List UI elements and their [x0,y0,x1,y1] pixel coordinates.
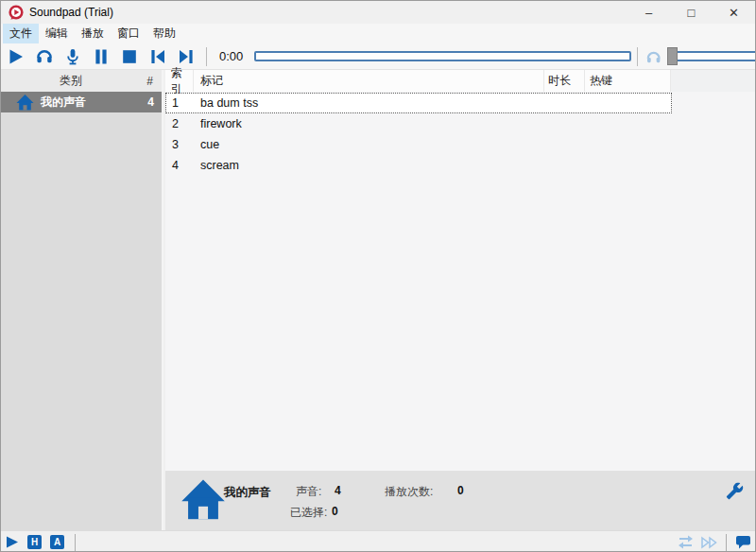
row-label: cue [194,138,219,151]
row-index: 1 [166,96,194,110]
home-icon [16,94,34,112]
sounds-count-value: 4 [335,484,341,497]
play-count-value: 0 [457,484,464,497]
sidebar-column-count[interactable]: # [141,75,162,88]
row-label: firework [194,117,242,130]
selected-count-label: 已选择: [290,505,327,521]
toolbar-separator [206,47,207,66]
stop-icon [121,48,138,65]
column-header-hotkey[interactable]: 热键 [585,70,671,92]
info-category-name: 我的声音 [224,485,271,501]
wrench-icon [726,482,744,500]
home-icon [180,477,226,523]
previous-icon [149,48,166,65]
repeat-icon [676,534,696,550]
sounds-count-label: 声音: [296,484,321,500]
play-through-headphones-button[interactable] [36,48,53,65]
selected-count-value: 0 [332,505,338,518]
stop-button[interactable] [121,48,138,65]
sidebar-header[interactable]: 类别 # [1,70,162,92]
sidebar-column-category[interactable]: 类别 [1,73,141,89]
titlebar[interactable]: Soundpad (Trial) – □ ✕ [1,1,755,24]
play-count-label: 播放次数: [385,484,433,500]
feedback-button[interactable] [735,535,751,549]
column-header-index[interactable]: 索引 [165,70,194,92]
playback-toolbar: 0:00 [1,43,755,70]
play-button[interactable] [8,48,25,65]
microphone-icon [64,48,81,65]
sidebar-item-count: 4 [147,95,154,109]
minimize-button[interactable]: – [627,1,670,24]
table-row[interactable]: 1 ba dum tss [165,93,672,113]
statusbar-separator [75,534,76,551]
statusbar-separator [726,534,727,551]
soundpad-window: Soundpad (Trial) – □ ✕ 文件 编辑 播放 窗口 帮助 [0,0,756,552]
autoplay-toggle[interactable]: A [50,535,64,549]
repeat-toggle[interactable] [676,534,696,550]
volume-slider[interactable] [667,47,755,65]
sound-list: 索引 标记 时长 热键 1 ba dum tss 2 firework 3 cu… [165,70,756,471]
status-bar: H A [1,530,755,552]
headphones-icon [36,47,53,65]
category-info-panel: 我的声音 声音: 4 播放次数: 0 已选择: 0 [165,471,756,530]
table-row[interactable]: 3 cue [165,134,672,155]
row-index: 3 [166,138,194,151]
volume-track [667,51,756,61]
sound-rows: 1 ba dum tss 2 firework 3 cue 4 scream [165,92,756,176]
autoplay-next-toggle[interactable] [700,535,718,550]
menu-play[interactable]: 播放 [75,24,111,43]
seek-bar[interactable] [254,51,631,61]
row-label: ba dum tss [194,96,258,110]
volume-headphones-icon [645,48,662,65]
column-header-filler [671,70,756,92]
close-button[interactable]: ✕ [713,1,755,24]
settings-wrench-button[interactable] [726,482,744,500]
status-play-icon [6,536,19,548]
playback-time: 0:00 [219,49,246,63]
category-sidebar: 类别 # 我的声音 4 [1,70,163,530]
window-title: Soundpad (Trial) [29,6,113,19]
next-button[interactable] [178,48,195,65]
maximize-button[interactable]: □ [670,1,713,24]
fast-forward-icon [700,535,718,550]
speech-bubble-icon [735,535,751,549]
pause-icon [93,48,110,65]
column-header-label[interactable]: 标记 [194,70,544,92]
sidebar-item-label: 我的声音 [41,95,86,111]
toolbar-separator [637,47,638,66]
previous-button[interactable] [149,48,166,65]
pause-button[interactable] [93,48,110,65]
menu-help[interactable]: 帮助 [146,24,182,43]
menu-bar: 文件 编辑 播放 窗口 帮助 [1,24,755,43]
volume-thumb[interactable] [667,47,678,65]
menu-edit[interactable]: 编辑 [39,24,75,43]
row-index: 4 [166,159,194,172]
table-row[interactable]: 4 scream [165,155,672,176]
row-index: 2 [166,117,194,130]
hotkeys-toggle[interactable]: H [27,535,42,549]
play-icon [8,48,25,65]
soundpad-logo-icon [9,5,24,20]
column-header-duration[interactable]: 时长 [544,70,585,92]
play-through-microphone-button[interactable] [64,48,81,65]
sound-list-header: 索引 标记 时长 热键 [165,70,756,92]
row-label: scream [194,159,239,172]
menu-window[interactable]: 窗口 [111,24,146,43]
table-row[interactable]: 2 firework [165,113,672,134]
sidebar-item-my-sounds[interactable]: 我的声音 4 [1,92,162,112]
menu-file[interactable]: 文件 [3,24,39,43]
next-icon [178,48,195,65]
